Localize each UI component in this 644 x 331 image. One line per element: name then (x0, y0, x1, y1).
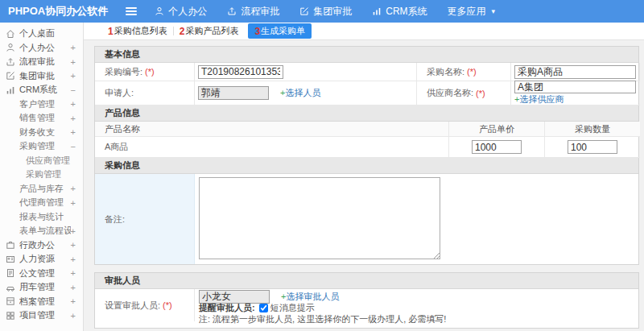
expand-icon[interactable]: + (71, 226, 76, 236)
hamburger-icon[interactable] (126, 6, 137, 17)
tab-label: 采购产品列表 (185, 25, 238, 37)
home-icon (6, 29, 15, 39)
remark-textarea[interactable] (199, 177, 440, 259)
purchase-qty-input[interactable] (568, 140, 617, 154)
sidebar-item[interactable]: 表单与流程设置+ (0, 224, 83, 238)
expand-icon[interactable]: + (71, 57, 76, 67)
sidebar-item[interactable]: 行政办公+ (0, 238, 83, 253)
expand-icon[interactable]: + (71, 283, 76, 292)
select-approver-link[interactable]: +选择审批人员 (281, 291, 339, 303)
sidebar-item-label: 个人办公 (19, 42, 71, 54)
sidebar-item[interactable]: 公文管理+ (0, 267, 83, 281)
topbar-nav-item[interactable]: 流程审批 (227, 5, 279, 19)
sidebar-item-label: 财务收支 (19, 126, 71, 139)
tab-bar: 1采购信息列表2采购产品列表3生成采购单 (84, 23, 644, 40)
product-name-cell: A商品 (95, 137, 449, 158)
org-icon (6, 240, 15, 250)
expand-icon[interactable]: + (71, 71, 76, 81)
expand-icon[interactable]: + (71, 254, 76, 264)
approval-row: 设置审批人员: (*) +选择审批人员 提醒审批人员: 短消息提示 (95, 289, 638, 328)
select-supplier-link[interactable]: +选择供应商 (514, 93, 564, 106)
sidebar-item-label: 集团审批 (19, 70, 71, 82)
topbar-nav-label: 集团审批 (313, 5, 352, 19)
expand-icon[interactable]: + (71, 43, 76, 52)
user-icon (155, 6, 164, 16)
sidebar-item-label: 客户管理 (19, 98, 71, 110)
expand-icon[interactable]: + (71, 296, 76, 306)
expand-icon[interactable]: + (71, 127, 76, 137)
product-price-cell (449, 137, 545, 158)
sidebar-item[interactable]: 采购管理− (0, 139, 83, 154)
required-mark: (*) (476, 89, 485, 98)
sidebar-item-label: 项目管理 (19, 309, 71, 321)
sms-notify-checkbox[interactable] (259, 304, 268, 312)
section-title-product: 产品信息 (95, 106, 638, 122)
sidebar-item[interactable]: 采购管理 (0, 168, 83, 182)
select-person-link[interactable]: +选择人员 (280, 87, 320, 99)
sidebar-item-label: 行政办公 (19, 239, 71, 251)
sidebar-item-label: CRM系统 (19, 84, 71, 96)
sidebar-item[interactable]: CRM系统− (0, 83, 83, 97)
sidebar-item[interactable]: 代理商管理+ (0, 196, 83, 210)
applicant-label: 申请人: (95, 81, 195, 106)
topbar-nav-label: 更多应用 (448, 5, 486, 19)
section-title-purchase-info: 采购信息 (95, 158, 638, 174)
purchase-no-input[interactable] (198, 65, 283, 79)
car-icon (6, 283, 15, 292)
sidebar-item[interactable]: 供应商管理 (0, 154, 83, 168)
sidebar-item[interactable]: 人力资源+ (0, 252, 83, 267)
collapse-icon[interactable]: − (71, 142, 76, 151)
sidebar-item[interactable]: 产品与库存+ (0, 182, 83, 197)
expand-icon[interactable]: + (71, 184, 76, 193)
flow-icon (6, 57, 15, 67)
edit-icon (299, 6, 309, 16)
sidebar-item[interactable]: 销售管理+ (0, 111, 83, 126)
sidebar-item-label: 采购管理 (26, 168, 76, 180)
approval-note: 注: 流程第一步审批人员, 这里选择你的下一级办理人, 必需填写! (199, 313, 446, 325)
sidebar-item[interactable]: 项目管理+ (0, 308, 83, 323)
supplier-input[interactable] (514, 81, 636, 93)
approver-input (199, 290, 270, 304)
sidebar-item[interactable]: 财务收支+ (0, 126, 83, 140)
chart-icon (372, 6, 382, 16)
sidebar-item[interactable]: 个人办公+ (0, 41, 83, 56)
sms-notify-label: 短消息提示 (270, 302, 315, 314)
product-price-input[interactable] (472, 140, 522, 154)
expand-icon[interactable]: + (71, 240, 76, 250)
purchase-name-label: 采购名称: (*) (417, 63, 511, 81)
topbar-nav-item[interactable]: CRM系统 (372, 5, 427, 19)
main-area: 1采购信息列表2采购产品列表3生成采购单 基本信息 采购编号: (*) (84, 23, 644, 331)
project-icon (6, 311, 15, 321)
expand-icon[interactable]: + (71, 114, 76, 123)
tab-label: 生成采购单 (261, 25, 305, 37)
sidebar-item[interactable]: 客户管理+ (0, 97, 83, 112)
sidebar-item-label: 报表与统计 (19, 211, 76, 223)
sidebar-item-label: 公文管理 (19, 267, 71, 279)
sidebar-item[interactable]: 档案管理+ (0, 295, 83, 309)
topbar-nav-item[interactable]: 个人办公 (155, 5, 207, 19)
tab-step-2[interactable]: 2采购产品列表 (174, 23, 245, 39)
sidebar-item[interactable]: 报表与统计 (0, 210, 83, 225)
remark-cell (195, 174, 640, 264)
sidebar-item[interactable]: 流程审批+ (0, 55, 83, 69)
sidebar-item[interactable]: 个人桌面 (0, 27, 83, 41)
required-mark: (*) (467, 67, 477, 77)
expand-icon[interactable]: + (71, 99, 76, 109)
chevron-down-icon: ▾ (492, 7, 496, 15)
tab-label: 采购信息列表 (114, 25, 167, 37)
purchase-name-input[interactable] (514, 65, 636, 79)
expand-icon[interactable]: + (71, 311, 76, 321)
set-approver-label: 设置审批人员: (*) (95, 289, 195, 321)
edit-icon (6, 71, 15, 81)
topbar-nav-item[interactable]: 更多应用▾ (448, 5, 496, 19)
tab-step-1[interactable]: 1采购信息列表 (102, 23, 173, 39)
sidebar-item-label: 采购管理 (19, 140, 71, 152)
tab-number: 3 (254, 26, 260, 37)
expand-icon[interactable]: + (71, 198, 76, 208)
collapse-icon[interactable]: − (71, 85, 76, 95)
expand-icon[interactable]: + (71, 268, 76, 278)
sidebar-item[interactable]: 用车管理+ (0, 280, 83, 295)
sidebar-item[interactable]: 集团审批+ (0, 69, 83, 84)
topbar-nav-item[interactable]: 集团审批 (299, 5, 352, 19)
tab-step-3[interactable]: 3生成采购单 (248, 23, 312, 39)
